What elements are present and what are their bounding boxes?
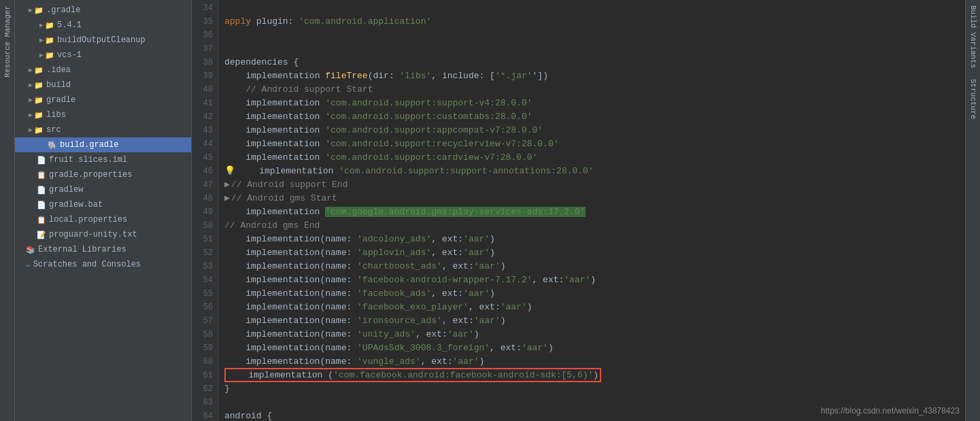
right-sidebar-tabs: Build Variants Structure (965, 0, 980, 421)
plain-token: , ext: (431, 248, 463, 258)
keyword-token: apply (224, 16, 251, 27)
plain-token: ) (490, 234, 495, 244)
line-number: 35 (192, 15, 213, 29)
line-number: 59 (192, 341, 213, 355)
code-line: implementation(name: 'ironsource_ads', e… (224, 314, 960, 328)
resource-manager-tab[interactable]: Resource Manager (1, 0, 14, 83)
code-line: implementation fileTree(dir: 'libs', inc… (224, 69, 960, 83)
tree-item-gradle-541[interactable]: ▶📁5.4.1 (15, 18, 191, 33)
code-content[interactable]: apply plugin: 'com.android.application'd… (219, 0, 965, 421)
line-number: 64 (192, 409, 213, 421)
line-number: 49 (192, 205, 213, 219)
arrow-icon: ▶ (29, 111, 33, 119)
tree-item-gradle-root[interactable]: ▶📁.gradle (15, 3, 191, 18)
file-icon: 📝 (37, 231, 46, 239)
plain-token: implementation(name: (224, 234, 357, 244)
string-token: 'chartboost_ads' (357, 261, 442, 271)
tree-item-gradlew-bat[interactable]: 📄gradlew.bat (15, 197, 191, 212)
line-number: 36 (192, 29, 213, 42)
line-number: 60 (192, 355, 213, 369)
string-token: 'facebook-android-wrapper-7.17.2' (357, 275, 532, 285)
line-number: 61 (192, 369, 213, 382)
file-icon: 📁 (34, 111, 44, 120)
line-number: 43 (192, 124, 213, 137)
string-token: 'com.android.support:appcompat-v7:28.0.0… (325, 125, 543, 135)
tree-item-proguard-unity-txt[interactable]: 📝proguard-unity.txt (15, 227, 191, 242)
string-token: 'aar' (474, 316, 501, 326)
code-line: implementation(name: 'unity_ads', ext:'a… (224, 328, 960, 341)
tree-item-fruit-slices-iml[interactable]: 📄fruit slices.iml (15, 152, 191, 167)
line-number: 45 (192, 151, 213, 165)
plain-token: ) (479, 356, 485, 367)
file-icon: 📁 (45, 21, 54, 30)
line-number: 52 (192, 246, 213, 260)
line-number: 34 (192, 1, 213, 15)
tree-item-scratches[interactable]: ✏️Scratches and Consoles (15, 257, 191, 272)
plain-token: , ext: (442, 316, 474, 326)
arrow-icon: ▶ (29, 126, 33, 134)
plain-token: dependencies { (224, 57, 299, 67)
arrow-icon: ▶ (39, 21, 44, 29)
tree-item-gradlew[interactable]: 📄gradlew (15, 182, 191, 197)
tree-item-buildOutputCleanup[interactable]: ▶📁buildOutputCleanup (15, 33, 191, 48)
tree-item-vcs-1[interactable]: ▶📁vcs-1 (15, 48, 191, 63)
string-token: 'applovin_ads' (357, 248, 431, 258)
code-line (224, 1, 960, 15)
arrow-icon: ▶ (39, 51, 44, 59)
tree-item-label: build.gradle (60, 140, 118, 150)
file-icon: 📋 (37, 171, 46, 180)
function-token: fileTree (325, 71, 367, 81)
code-line (224, 29, 960, 42)
plain-token: , include: [ (431, 71, 495, 81)
tree-item-build[interactable]: ▶📁build (15, 78, 191, 92)
plain-token: implementation(name: (224, 302, 357, 312)
line-number: 55 (192, 287, 213, 301)
code-line: apply plugin: 'com.android.application' (224, 15, 960, 29)
plain-token: plugin: (251, 16, 299, 27)
code-line: implementation 'com.android.support:supp… (224, 97, 960, 110)
tree-item-idea[interactable]: ▶📁.idea (15, 63, 191, 78)
string-token: 'com.android.support:customtabs:28.0.0' (325, 112, 532, 122)
string-token: 'com.facebook.android:facebook-android-s… (333, 370, 593, 380)
structure-tab[interactable]: Structure (966, 73, 980, 124)
tree-item-label: gradlew.bat (49, 200, 103, 209)
tree-item-libs[interactable]: ▶📁libs (15, 107, 191, 122)
plain-token: ) (548, 343, 554, 353)
tree-item-gradle-properties[interactable]: 📋gradle.properties (15, 167, 191, 182)
arrow-icon: ▶ (29, 96, 33, 104)
file-icon: 📁 (34, 96, 44, 105)
arrow-icon: ▶ (29, 6, 33, 14)
code-line: implementation(name: 'applovin_ads', ext… (224, 246, 960, 260)
code-line: implementation(name: 'chartboost_ads', e… (224, 260, 960, 273)
string-token: 'aar' (463, 234, 490, 244)
tree-item-label: gradlew (49, 185, 83, 195)
build-variants-tab[interactable]: Build Variants (966, 0, 980, 73)
tree-item-gradle[interactable]: ▶📁gradle (15, 92, 191, 107)
code-line: implementation(name: 'facebook-android-w… (224, 273, 960, 287)
file-icon: 📋 (37, 216, 46, 224)
line-number: 44 (192, 137, 213, 151)
tree-item-label: build (46, 80, 71, 90)
tree-item-external-libraries[interactable]: 📚External Libraries (15, 242, 191, 257)
fold-icon: ▶ (224, 180, 230, 190)
line-number: 38 (192, 56, 213, 69)
plain-token: implementation (238, 166, 339, 176)
plain-token: implementation(name: (224, 248, 357, 258)
code-line: 💡 implementation 'com.android.support:su… (224, 165, 960, 178)
tree-item-label: libs (46, 110, 66, 120)
file-icon: 📁 (45, 36, 54, 45)
tree-item-local-properties[interactable]: 📋local.properties (15, 212, 191, 227)
code-line: } (224, 382, 960, 396)
plain-token: implementation(name: (224, 275, 357, 285)
comment-token: // Android support Start (246, 84, 373, 95)
tree-item-src[interactable]: ▶📁src (15, 122, 191, 137)
plain-token: ) (593, 370, 598, 380)
tree-item-build-gradle[interactable]: 🐘build.gradle (15, 137, 191, 152)
string-token: 'aar' (522, 343, 548, 353)
plain-token: implementation(name: (224, 261, 357, 271)
tree-item-label: src (46, 125, 61, 135)
code-line: // Android support Start (224, 83, 960, 97)
plain-token: ) (527, 302, 533, 312)
code-line: implementation 'com.google.android.gms:p… (224, 205, 960, 219)
line-number: 39 (192, 69, 213, 83)
